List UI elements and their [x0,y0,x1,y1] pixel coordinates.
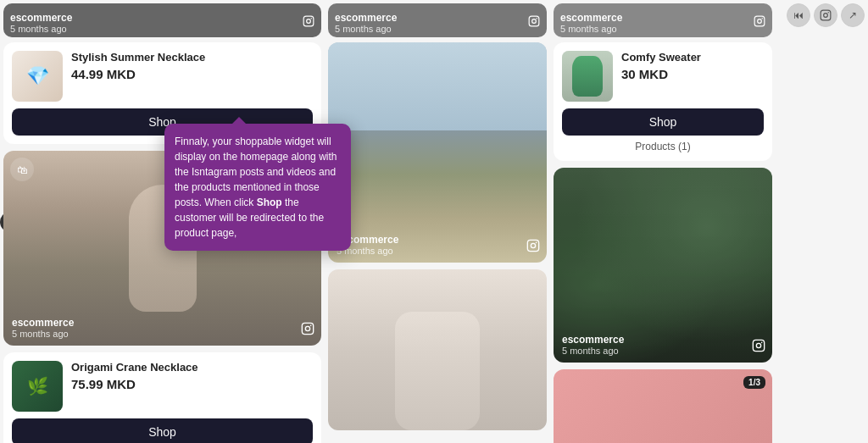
product-row: Comfy Sweater 30 MKD [562,51,764,102]
main-area: 💎 Stylish Summer Necklace 44.99 MKD Shop… [0,42,868,443]
products-link[interactable]: Products (1) [562,141,764,152]
top-post-right[interactable]: escommerce 5 months ago [554,3,772,37]
thumb-image: 🌿 [12,361,63,412]
product-price: 30 MKD [621,67,764,81]
svg-point-16 [531,243,535,247]
thumb-image: 💎 [12,51,63,102]
username: escommerce [335,12,397,24]
badge-counter: 1/3 [743,376,765,389]
top-post-left[interactable]: escommerce 5 months ago [3,3,321,37]
svg-point-20 [761,342,763,344]
svg-point-10 [758,19,762,24]
product-card-crane: 🌿 Origami Crane Necklace 75.99 MKD Shop [3,352,321,443]
product-thumbnail: 💎 [12,51,63,102]
svg-rect-15 [527,240,538,251]
post-info: escommerce 5 months ago [335,12,397,34]
svg-point-4 [307,19,311,24]
instagram-icon [528,15,540,30]
svg-point-2 [828,12,829,13]
post-info: escommerce 5 months ago [560,12,622,34]
left-column: 💎 Stylish Summer Necklace 44.99 MKD Shop… [3,42,321,443]
product-info-text: Stylish Summer Necklace 44.99 MKD [71,51,313,81]
shop-button-crane[interactable]: Shop [12,418,313,443]
top-row: escommerce 5 months ago escommerce 5 mon… [0,0,868,37]
instagram-button[interactable] [814,3,837,27]
instagram-icon [303,15,314,30]
right-column: Comfy Sweater 30 MKD Shop Products (1) e… [554,42,772,443]
tooltip-bold: Shop [257,197,282,208]
svg-point-14 [310,325,312,327]
post-card-pink[interactable]: 1/3 [554,369,772,443]
instagram-icon [526,239,540,256]
tooltip: Finnaly, your shoppable widget will disp… [164,124,351,251]
product-info-text: Origami Crane Necklace 75.99 MKD [71,361,313,391]
post-info: escommerce 5 months ago [562,334,624,356]
instagram-icon [301,322,314,339]
svg-rect-18 [753,340,764,351]
top-right-controls: ⏮ ↗ [787,3,865,27]
svg-rect-0 [821,10,831,20]
post-info: escommerce 5 months ago [10,12,72,34]
rewind-button[interactable]: ⏮ [787,3,810,27]
svg-point-1 [824,14,828,18]
svg-point-7 [532,19,537,24]
timestamp: 5 months ago [335,24,397,34]
mid-column: escommerce 5 months ago [328,42,547,443]
svg-point-19 [756,343,760,347]
post-card-forest[interactable]: escommerce 5 months ago [554,168,772,363]
instagram-icon [820,9,832,21]
thumb-image [562,51,613,102]
timestamp: 5 months ago [562,346,624,356]
post-card-sitting[interactable] [328,269,547,430]
timestamp: 5 months ago [10,24,72,34]
product-info-text: Comfy Sweater 30 MKD [621,51,764,81]
username: escommerce [12,317,74,329]
product-row: 💎 Stylish Summer Necklace 44.99 MKD [12,51,313,102]
shop-button-sweater[interactable]: Shop [562,108,764,136]
instagram-icon [754,15,765,30]
product-name: Comfy Sweater [621,51,764,65]
tooltip-arrow [232,117,246,124]
product-row: 🌿 Origami Crane Necklace 75.99 MKD [12,361,313,412]
instagram-icon [752,339,765,356]
product-thumbnail: 🌿 [12,361,63,412]
product-price: 75.99 MKD [71,377,313,391]
post-info: escommerce 5 months ago [12,317,74,339]
post-card-outdoor[interactable]: escommerce 5 months ago [328,42,547,263]
svg-point-13 [305,326,309,330]
username: escommerce [560,12,622,24]
svg-rect-12 [302,323,313,334]
top-post-mid[interactable]: escommerce 5 months ago [328,3,547,37]
svg-rect-6 [529,16,539,26]
svg-rect-9 [754,16,765,26]
svg-point-11 [762,18,763,19]
svg-rect-3 [303,16,314,26]
product-price: 44.99 MKD [71,67,313,81]
product-card-sweater: Comfy Sweater 30 MKD Shop Products (1) [554,42,772,161]
svg-point-8 [537,18,537,19]
product-name: Stylish Summer Necklace [71,51,313,65]
svg-point-17 [536,242,537,244]
share-button[interactable]: ↗ [841,3,865,27]
svg-point-5 [311,18,312,19]
username: escommerce [562,334,624,346]
timestamp: 5 months ago [560,24,622,34]
username: escommerce [10,12,72,24]
product-thumbnail [562,51,613,102]
product-name: Origami Crane Necklace [71,361,313,375]
bag-icon-overlay: 🛍 [10,158,34,181]
timestamp: 5 months ago [12,329,74,339]
